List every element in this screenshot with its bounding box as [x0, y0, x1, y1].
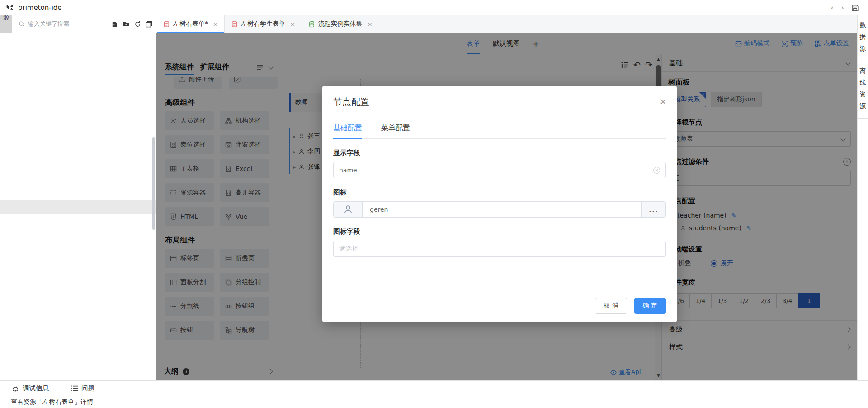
node-config-dialog: 节点配置 × 基础配置 菜单配置 显示字段 name × 图标 geren ..…: [322, 86, 677, 322]
resource-tree: [0, 33, 156, 380]
nav-forward-icon[interactable]: ›: [841, 4, 844, 12]
debug-info-button[interactable]: 调试信息: [12, 384, 49, 393]
tree-item-学生表[interactable]: [0, 170, 156, 185]
icon-name-field-label: 图标字段: [333, 228, 666, 236]
clear-icon[interactable]: ×: [653, 167, 660, 174]
display-field-input[interactable]: name ×: [333, 162, 666, 178]
close-icon[interactable]: ×: [659, 97, 667, 106]
resource-search[interactable]: 输入关键字搜索 in: [12, 15, 157, 33]
debug-info-label: 调试信息: [23, 384, 49, 393]
app-title: primeton-ide: [18, 4, 62, 12]
person-icon: [334, 202, 363, 217]
right-rail: 数据源 离线资源: [857, 15, 868, 380]
save-icon[interactable]: [851, 4, 859, 12]
editor-tab-1[interactable]: 左树右学生表单×: [225, 15, 302, 33]
app-logo-icon: [5, 3, 14, 12]
refresh-icon[interactable]: [134, 21, 141, 28]
tree-item-财务费用归集表[interactable]: [0, 96, 156, 111]
tree-item-tree[interactable]: [0, 332, 156, 347]
tree-item-页面[interactable]: [0, 347, 156, 362]
tree-item-教师表[interactable]: [0, 141, 156, 156]
collapse-panel-icon[interactable]: [146, 21, 152, 28]
tree-item-流程[interactable]: [0, 362, 156, 377]
title-bar: primeton-ide ‹ ›: [0, 0, 868, 15]
tree-item-工程申请表[interactable]: [0, 111, 156, 126]
tree-item-partial[interactable]: [0, 33, 156, 38]
ok-button[interactable]: 确 定: [634, 298, 666, 314]
tree-item-左树右表单[interactable]: [0, 200, 156, 215]
page-icon: [231, 21, 238, 28]
tree-item-表单生命周起事件[interactable]: [0, 82, 156, 97]
sidebar-scrollbar[interactable]: [152, 137, 155, 230]
tree-item-左树右学生表单[interactable]: [0, 214, 156, 229]
svg-text:in: in: [113, 24, 115, 26]
tree-item-页面-表单-控件通用[interactable]: [0, 274, 156, 289]
icon-name-field-input[interactable]: 请选择: [333, 241, 666, 257]
search-placeholder: 输入关键字搜索: [28, 20, 111, 28]
problems-list-icon: [71, 385, 78, 391]
editor-tab-label: 左树右学生表单: [241, 20, 285, 28]
tree-item-表单扩展逻辑调用[interactable]: [0, 67, 156, 82]
editor-tab-0[interactable]: 左树右表单*×: [157, 15, 225, 33]
tab-close-icon[interactable]: ×: [368, 21, 373, 28]
nav-back-icon[interactable]: ‹: [830, 4, 834, 12]
icon-field-label: 图标: [333, 188, 666, 197]
problems-label: 问题: [81, 384, 94, 393]
tree-item-实体[interactable]: [0, 303, 156, 318]
tab-close-icon[interactable]: ×: [213, 21, 218, 28]
resource-sidebar: [0, 33, 156, 380]
dialog-title: 节点配置: [333, 86, 666, 108]
status-text: 查看资源「左树右表单」详情: [11, 398, 93, 406]
tree-item-页面[interactable]: [0, 38, 156, 52]
editor-tab-label: 流程实例实体集: [318, 20, 363, 28]
import-file-icon[interactable]: in: [111, 21, 118, 28]
dialog-tab-basic[interactable]: 基础配置: [333, 123, 362, 138]
tree-item-流程[interactable]: [0, 229, 156, 244]
icon-picker-button[interactable]: ...: [641, 202, 665, 217]
tree-item-select[interactable]: [0, 318, 156, 332]
tree-item-报销表[interactable]: [0, 52, 156, 67]
rail-tab-offline[interactable]: 离线资源: [858, 61, 868, 119]
icon-field-value: geren: [363, 202, 641, 217]
dialog-tab-menu[interactable]: 菜单配置: [381, 123, 410, 138]
editor-tab-bar: 左树右表单*×左树右学生表单×流程实例实体集×: [157, 15, 857, 33]
page-icon: [163, 21, 170, 28]
tree-item-服务[interactable]: [0, 244, 156, 259]
tree-item-工程项目明细[interactable]: [0, 126, 156, 141]
icon-field[interactable]: geren ...: [333, 201, 666, 218]
tab-close-icon[interactable]: ×: [290, 21, 295, 28]
display-field-value: name: [339, 166, 357, 174]
tree-item-页面-表单-录入控件[interactable]: [0, 288, 156, 303]
bottom-bar: 调试信息 问题: [0, 380, 868, 396]
display-field-label: 显示字段: [333, 149, 666, 157]
second-row: 输入关键字搜索 in 左树右表单*×左树右学生表单×流程实例实体集×: [0, 15, 868, 33]
problems-button[interactable]: 问题: [71, 384, 94, 393]
app-window: primeton-ide ‹ › 输入关键字搜索 in 左树右表单*×左树右学生…: [0, 0, 868, 408]
editor-tab-label: 左树右表单*: [173, 20, 208, 28]
status-bar: 查看资源「左树右表单」详情: [0, 396, 868, 408]
search-icon: [19, 21, 25, 27]
cancel-button[interactable]: 取 消: [595, 298, 627, 314]
icon-name-placeholder: 请选择: [339, 245, 358, 253]
editor-tab-2[interactable]: 流程实例实体集×: [302, 15, 379, 33]
tree-item-教师表一对多学生[interactable]: [0, 156, 156, 171]
debug-icon: [12, 385, 19, 392]
tree-item-自定义窗口操作按钮及事件[interactable]: [0, 185, 156, 200]
rail-tab-datasource[interactable]: 数据源: [858, 15, 868, 61]
new-folder-icon[interactable]: [123, 21, 130, 27]
tree-item-页面-表单-高级/布局组件[interactable]: [0, 259, 156, 274]
entity-icon: [308, 21, 315, 28]
